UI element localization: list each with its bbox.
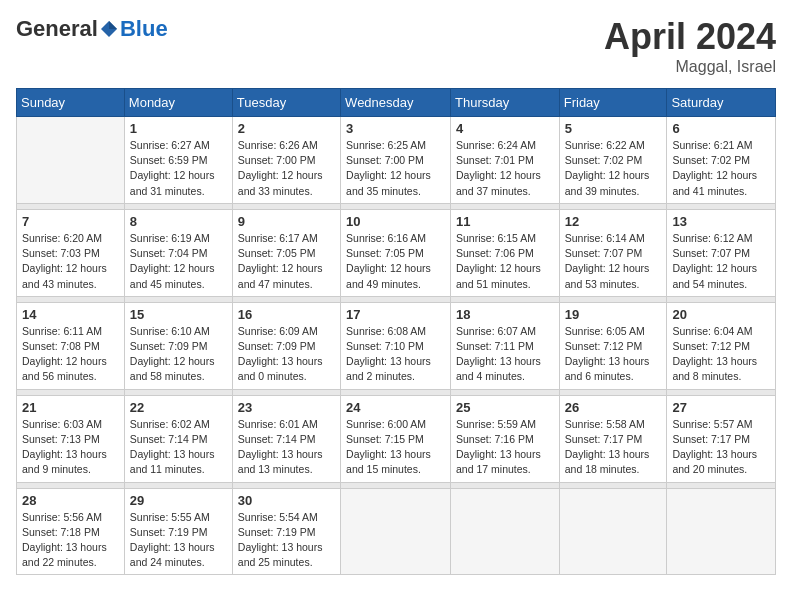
day-number: 21 (22, 400, 119, 415)
day-info: Sunrise: 6:24 AMSunset: 7:01 PMDaylight:… (456, 138, 554, 199)
day-number: 17 (346, 307, 445, 322)
day-number: 11 (456, 214, 554, 229)
day-info: Sunrise: 6:05 AMSunset: 7:12 PMDaylight:… (565, 324, 662, 385)
day-info: Sunrise: 6:27 AMSunset: 6:59 PMDaylight:… (130, 138, 227, 199)
day-info: Sunrise: 6:10 AMSunset: 7:09 PMDaylight:… (130, 324, 227, 385)
day-info: Sunrise: 6:01 AMSunset: 7:14 PMDaylight:… (238, 417, 335, 478)
day-info: Sunrise: 6:16 AMSunset: 7:05 PMDaylight:… (346, 231, 445, 292)
calendar-cell: 7Sunrise: 6:20 AMSunset: 7:03 PMDaylight… (17, 209, 125, 296)
calendar-cell: 20Sunrise: 6:04 AMSunset: 7:12 PMDayligh… (667, 302, 776, 389)
calendar-cell (17, 117, 125, 204)
calendar-cell: 13Sunrise: 6:12 AMSunset: 7:07 PMDayligh… (667, 209, 776, 296)
calendar-cell: 18Sunrise: 6:07 AMSunset: 7:11 PMDayligh… (451, 302, 560, 389)
day-number: 24 (346, 400, 445, 415)
column-header-thursday: Thursday (451, 89, 560, 117)
day-number: 13 (672, 214, 770, 229)
page-header: General Blue April 2024 Maggal, Israel (16, 16, 776, 76)
day-info: Sunrise: 6:15 AMSunset: 7:06 PMDaylight:… (456, 231, 554, 292)
day-info: Sunrise: 5:56 AMSunset: 7:18 PMDaylight:… (22, 510, 119, 571)
day-number: 8 (130, 214, 227, 229)
day-info: Sunrise: 5:59 AMSunset: 7:16 PMDaylight:… (456, 417, 554, 478)
day-number: 18 (456, 307, 554, 322)
day-info: Sunrise: 6:17 AMSunset: 7:05 PMDaylight:… (238, 231, 335, 292)
calendar-cell: 5Sunrise: 6:22 AMSunset: 7:02 PMDaylight… (559, 117, 667, 204)
calendar-cell: 10Sunrise: 6:16 AMSunset: 7:05 PMDayligh… (341, 209, 451, 296)
day-info: Sunrise: 6:19 AMSunset: 7:04 PMDaylight:… (130, 231, 227, 292)
day-number: 14 (22, 307, 119, 322)
day-number: 2 (238, 121, 335, 136)
calendar-cell: 3Sunrise: 6:25 AMSunset: 7:00 PMDaylight… (341, 117, 451, 204)
calendar-cell: 29Sunrise: 5:55 AMSunset: 7:19 PMDayligh… (124, 488, 232, 575)
day-number: 7 (22, 214, 119, 229)
day-info: Sunrise: 6:08 AMSunset: 7:10 PMDaylight:… (346, 324, 445, 385)
calendar-cell: 24Sunrise: 6:00 AMSunset: 7:15 PMDayligh… (341, 395, 451, 482)
calendar-cell: 19Sunrise: 6:05 AMSunset: 7:12 PMDayligh… (559, 302, 667, 389)
calendar-cell (341, 488, 451, 575)
calendar-cell: 16Sunrise: 6:09 AMSunset: 7:09 PMDayligh… (232, 302, 340, 389)
day-info: Sunrise: 6:07 AMSunset: 7:11 PMDaylight:… (456, 324, 554, 385)
logo-icon (99, 19, 119, 39)
calendar-cell: 21Sunrise: 6:03 AMSunset: 7:13 PMDayligh… (17, 395, 125, 482)
day-info: Sunrise: 6:14 AMSunset: 7:07 PMDaylight:… (565, 231, 662, 292)
calendar-cell (451, 488, 560, 575)
calendar-table: SundayMondayTuesdayWednesdayThursdayFrid… (16, 88, 776, 575)
week-row-1: 1Sunrise: 6:27 AMSunset: 6:59 PMDaylight… (17, 117, 776, 204)
day-number: 5 (565, 121, 662, 136)
calendar-cell: 1Sunrise: 6:27 AMSunset: 6:59 PMDaylight… (124, 117, 232, 204)
day-info: Sunrise: 5:58 AMSunset: 7:17 PMDaylight:… (565, 417, 662, 478)
calendar-cell: 15Sunrise: 6:10 AMSunset: 7:09 PMDayligh… (124, 302, 232, 389)
calendar-cell (559, 488, 667, 575)
day-number: 27 (672, 400, 770, 415)
day-number: 4 (456, 121, 554, 136)
day-info: Sunrise: 6:25 AMSunset: 7:00 PMDaylight:… (346, 138, 445, 199)
day-info: Sunrise: 5:54 AMSunset: 7:19 PMDaylight:… (238, 510, 335, 571)
day-number: 26 (565, 400, 662, 415)
day-info: Sunrise: 6:20 AMSunset: 7:03 PMDaylight:… (22, 231, 119, 292)
calendar-cell: 2Sunrise: 6:26 AMSunset: 7:00 PMDaylight… (232, 117, 340, 204)
location-title: Maggal, Israel (604, 58, 776, 76)
title-section: April 2024 Maggal, Israel (604, 16, 776, 76)
calendar-cell: 28Sunrise: 5:56 AMSunset: 7:18 PMDayligh… (17, 488, 125, 575)
day-info: Sunrise: 6:26 AMSunset: 7:00 PMDaylight:… (238, 138, 335, 199)
calendar-cell (667, 488, 776, 575)
day-number: 22 (130, 400, 227, 415)
week-row-3: 14Sunrise: 6:11 AMSunset: 7:08 PMDayligh… (17, 302, 776, 389)
day-info: Sunrise: 5:57 AMSunset: 7:17 PMDaylight:… (672, 417, 770, 478)
day-number: 16 (238, 307, 335, 322)
day-info: Sunrise: 6:22 AMSunset: 7:02 PMDaylight:… (565, 138, 662, 199)
calendar-cell: 11Sunrise: 6:15 AMSunset: 7:06 PMDayligh… (451, 209, 560, 296)
column-header-sunday: Sunday (17, 89, 125, 117)
column-header-monday: Monday (124, 89, 232, 117)
calendar-cell: 23Sunrise: 6:01 AMSunset: 7:14 PMDayligh… (232, 395, 340, 482)
month-title: April 2024 (604, 16, 776, 58)
logo-general: General (16, 16, 98, 42)
calendar-cell: 14Sunrise: 6:11 AMSunset: 7:08 PMDayligh… (17, 302, 125, 389)
day-number: 12 (565, 214, 662, 229)
day-number: 10 (346, 214, 445, 229)
calendar-cell: 22Sunrise: 6:02 AMSunset: 7:14 PMDayligh… (124, 395, 232, 482)
day-number: 30 (238, 493, 335, 508)
week-row-4: 21Sunrise: 6:03 AMSunset: 7:13 PMDayligh… (17, 395, 776, 482)
calendar-cell: 6Sunrise: 6:21 AMSunset: 7:02 PMDaylight… (667, 117, 776, 204)
day-info: Sunrise: 6:03 AMSunset: 7:13 PMDaylight:… (22, 417, 119, 478)
day-number: 15 (130, 307, 227, 322)
calendar-cell: 30Sunrise: 5:54 AMSunset: 7:19 PMDayligh… (232, 488, 340, 575)
day-number: 29 (130, 493, 227, 508)
calendar-cell: 27Sunrise: 5:57 AMSunset: 7:17 PMDayligh… (667, 395, 776, 482)
calendar-body: 1Sunrise: 6:27 AMSunset: 6:59 PMDaylight… (17, 117, 776, 575)
day-number: 25 (456, 400, 554, 415)
svg-marker-1 (109, 21, 117, 29)
calendar-cell: 17Sunrise: 6:08 AMSunset: 7:10 PMDayligh… (341, 302, 451, 389)
column-header-wednesday: Wednesday (341, 89, 451, 117)
column-header-friday: Friday (559, 89, 667, 117)
day-info: Sunrise: 6:11 AMSunset: 7:08 PMDaylight:… (22, 324, 119, 385)
week-row-5: 28Sunrise: 5:56 AMSunset: 7:18 PMDayligh… (17, 488, 776, 575)
day-number: 9 (238, 214, 335, 229)
calendar-cell: 26Sunrise: 5:58 AMSunset: 7:17 PMDayligh… (559, 395, 667, 482)
logo: General Blue (16, 16, 168, 42)
day-info: Sunrise: 6:04 AMSunset: 7:12 PMDaylight:… (672, 324, 770, 385)
calendar-cell: 9Sunrise: 6:17 AMSunset: 7:05 PMDaylight… (232, 209, 340, 296)
calendar-cell: 8Sunrise: 6:19 AMSunset: 7:04 PMDaylight… (124, 209, 232, 296)
week-row-2: 7Sunrise: 6:20 AMSunset: 7:03 PMDaylight… (17, 209, 776, 296)
day-info: Sunrise: 6:09 AMSunset: 7:09 PMDaylight:… (238, 324, 335, 385)
